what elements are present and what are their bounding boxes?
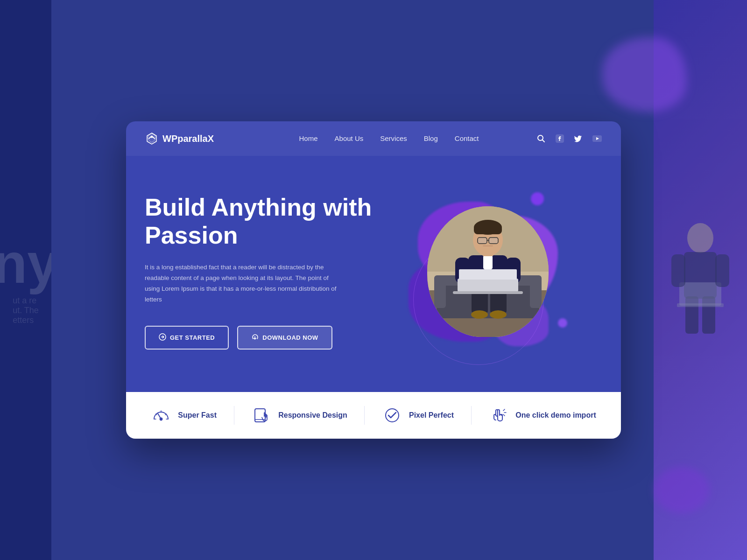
bg-text-ny: ny: [0, 235, 51, 291]
download-now-button[interactable]: DOWNLOAD NOW: [237, 326, 332, 350]
svg-rect-30: [458, 279, 518, 292]
get-started-icon: [159, 333, 166, 342]
navbar: WPparallaX Home About Us Services Blog C…: [126, 121, 621, 156]
svg-rect-36: [474, 225, 502, 234]
nav-social: [536, 133, 602, 144]
svg-point-8: [151, 136, 153, 138]
svg-rect-37: [478, 238, 487, 244]
divider-2: [364, 406, 365, 425]
svg-rect-31: [459, 269, 517, 280]
svg-rect-5: [677, 303, 724, 307]
hero-person-image: [427, 206, 549, 337]
svg-rect-6: [671, 254, 685, 287]
svg-rect-7: [715, 254, 729, 287]
svg-rect-27: [483, 255, 493, 269]
logo-text: WPparallaX: [162, 133, 214, 144]
logo[interactable]: WPparallaX: [145, 132, 214, 146]
svg-point-49: [386, 409, 399, 422]
feature-pixel-perfect: Pixel Perfect: [382, 405, 454, 426]
svg-point-41: [160, 418, 162, 420]
download-icon: [251, 333, 259, 342]
svg-rect-4: [679, 282, 721, 306]
search-icon[interactable]: [536, 133, 546, 144]
svg-line-50: [503, 409, 505, 411]
feature-label-responsive: Responsive Design: [278, 411, 347, 420]
blob-small-2: [558, 318, 567, 328]
get-started-button[interactable]: GET STARTED: [145, 326, 229, 350]
bg-text-small: ut a reut. Theetters: [13, 296, 39, 325]
divider-1: [234, 406, 234, 425]
logo-icon: [145, 132, 159, 146]
svg-line-52: [503, 414, 505, 416]
facebook-icon[interactable]: [555, 133, 565, 144]
svg-rect-21: [530, 275, 542, 308]
responsive-icon: [251, 405, 272, 426]
click-hand-icon: [488, 405, 509, 426]
nav-item-services[interactable]: Services: [380, 134, 407, 143]
speedometer-icon: [151, 405, 171, 426]
nav-links: Home About Us Services Blog Contact: [242, 134, 536, 143]
bg-left-strip: ny ut a reut. Theetters: [0, 0, 51, 560]
hero-content: Build Anything with Passion It is a long…: [145, 194, 374, 350]
svg-point-25: [490, 310, 507, 319]
feature-responsive: Responsive Design: [251, 405, 347, 426]
blob-small-1: [531, 192, 544, 205]
svg-line-10: [543, 140, 545, 142]
svg-rect-38: [489, 238, 498, 244]
blob-container: [399, 188, 577, 356]
check-circle-icon: [382, 405, 402, 426]
nav-item-home[interactable]: Home: [299, 134, 318, 143]
hero-title: Build Anything with Passion: [145, 194, 374, 250]
hero-buttons: GET STARTED DOWNLOAD NOW: [145, 326, 374, 350]
svg-rect-20: [434, 275, 446, 308]
hero-description: It is a long established fact that a rea…: [145, 262, 341, 305]
feature-super-fast: Super Fast: [151, 405, 217, 426]
bg-blob-top-right: [602, 37, 686, 112]
bg-person-silhouette: [663, 210, 738, 350]
bg-blob-bottom-right: [654, 467, 710, 513]
nav-item-about[interactable]: About Us: [335, 134, 364, 143]
features-bar: Super Fast Responsive Design: [126, 392, 621, 439]
svg-rect-47: [255, 409, 265, 422]
feature-one-click: One click demo import: [488, 405, 596, 426]
nav-item-blog[interactable]: Blog: [424, 134, 438, 143]
nav-item-contact[interactable]: Contact: [455, 134, 479, 143]
youtube-icon[interactable]: [592, 133, 602, 144]
svg-rect-32: [453, 291, 523, 294]
main-card: WPparallaX Home About Us Services Blog C…: [126, 121, 621, 439]
divider-3: [471, 406, 472, 425]
hero-visual: [374, 183, 602, 360]
feature-label-pixel: Pixel Perfect: [409, 411, 454, 420]
feature-label-one-click: One click demo import: [515, 411, 596, 420]
svg-point-0: [687, 223, 713, 253]
svg-point-24: [471, 310, 488, 319]
hero-section: Build Anything with Passion It is a long…: [126, 156, 621, 392]
twitter-icon[interactable]: [573, 133, 584, 144]
feature-label-super-fast: Super Fast: [178, 411, 217, 420]
